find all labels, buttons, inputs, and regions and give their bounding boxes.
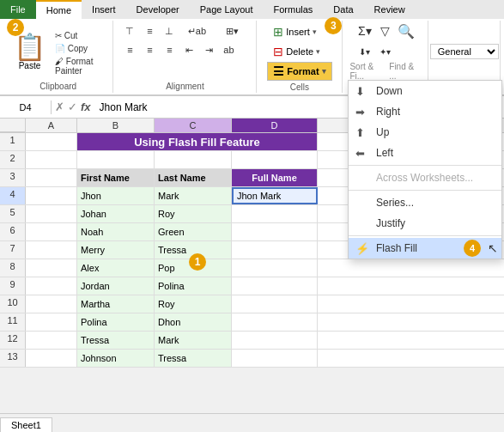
cell-b7[interactable]: Merry [77,241,155,259]
cell-d8[interactable] [232,259,318,277]
cell-d13[interactable] [232,350,318,367]
menu-item-justify[interactable]: Justify [349,213,501,234]
cell-a4[interactable] [26,187,77,204]
menu-item-series[interactable]: Series... [349,192,501,213]
insert-button[interactable]: ⊞ Insert ▾ [267,22,323,41]
cell-a9[interactable] [26,277,77,295]
insert-function-button[interactable]: fx [81,100,91,113]
tab-home[interactable]: Home [36,0,82,19]
cell-d9[interactable] [232,277,318,295]
cell-d7[interactable] [232,241,318,259]
wrap-text-button[interactable]: ↵ab [179,22,214,40]
cell-b3[interactable]: First Name [77,169,155,186]
format-painter-button[interactable]: 🖌 Format Painter [52,56,106,76]
row-num-12[interactable]: 12 [0,332,26,349]
row-num-11[interactable]: 11 [0,313,26,331]
row-num-9[interactable]: 9 [0,277,26,295]
copy-button[interactable]: 📄 Copy [52,43,106,54]
format-button[interactable]: ☰ Format ▾ [267,62,331,81]
menu-item-left[interactable]: ⬅ Left [349,143,501,163]
cell-d4[interactable]: Jhon Mark [232,187,318,204]
confirm-formula-button[interactable]: ✓ [68,100,77,113]
cell-d2[interactable] [232,151,318,168]
cell-c13[interactable]: Tressa [155,350,232,367]
merge-button[interactable]: ⊞▾ [215,22,249,40]
cell-b13[interactable]: Johnson [77,350,155,367]
cell-d5[interactable] [232,205,318,222]
row-num-13[interactable]: 13 [0,350,26,367]
menu-item-up[interactable]: ⬆ Up [349,122,501,143]
cut-button[interactable]: ✂ Cut [52,30,106,41]
align-left-button[interactable]: ≡ [120,41,139,58]
cell-b6[interactable]: Noah [77,223,155,240]
sheet-tab-1[interactable]: Sheet1 [0,417,52,432]
cell-a5[interactable] [26,205,77,222]
cell-d3[interactable]: Full Name [232,169,318,186]
cell-c4[interactable]: Mark [155,187,232,204]
cell-a11[interactable] [26,313,77,331]
cell-b11[interactable]: Polina [77,313,155,331]
cell-a6[interactable] [26,223,77,240]
cell-c5[interactable]: Roy [155,205,232,222]
tab-data[interactable]: Data [323,0,363,19]
tab-formulas[interactable]: Formulas [264,0,324,19]
menu-item-right[interactable]: ➡ Right [349,101,501,122]
cancel-formula-button[interactable]: ✗ [55,100,64,113]
align-right-button[interactable]: ≡ [160,41,179,58]
cell-d6[interactable] [232,223,318,240]
col-header-c[interactable]: C [155,119,232,132]
menu-item-flash-fill[interactable]: ⚡ Flash Fill 4 ↖ [349,238,501,259]
row-num-7[interactable]: 7 [0,241,26,259]
cell-b10[interactable]: Martha [77,295,155,313]
cell-a12[interactable] [26,332,77,349]
row-num-1[interactable]: 1 [0,133,26,150]
cell-a2[interactable] [26,151,77,168]
delete-button[interactable]: ⊟ Delete ▾ [267,42,326,61]
decrease-indent-button[interactable]: ⇤ [179,41,198,58]
cell-a7[interactable] [26,241,77,259]
row-num-3[interactable]: 3 [0,169,26,186]
col-header-a[interactable]: A [26,119,77,132]
cell-a1[interactable] [26,133,77,150]
tab-page-layout[interactable]: Page Layout [190,0,264,19]
clear-button[interactable]: ✦▾ [376,43,395,60]
cell-b12[interactable]: Tressa [77,332,155,349]
col-header-d[interactable]: D [232,119,318,132]
find-select-button[interactable]: 🔍 [397,22,416,40]
align-center-button[interactable]: ≡ [140,41,159,58]
row-num-2[interactable]: 2 [0,151,26,168]
paste-button[interactable]: 📋 Paste [10,31,49,72]
cell-b1-merged[interactable]: Using Flash Fill Feature [77,133,318,150]
orientation-button[interactable]: ab [219,41,238,58]
row-num-5[interactable]: 5 [0,205,26,222]
align-top-button[interactable]: ⊤ [120,22,139,40]
cell-a10[interactable] [26,295,77,313]
cell-c11[interactable]: Dhon [155,313,232,331]
fill-down-button[interactable]: ⬇▾ [355,43,374,60]
number-format-select[interactable]: General [430,44,499,59]
cell-a13[interactable] [26,350,77,367]
cell-b9[interactable]: Jordan [77,277,155,295]
tab-developer[interactable]: Developer [126,0,190,19]
cell-b4[interactable]: Jhon [77,187,155,204]
sum-button[interactable]: Σ▾ [355,22,374,40]
cell-a8[interactable] [26,259,77,277]
cell-c2[interactable] [155,151,232,168]
cell-a3[interactable] [26,169,77,186]
align-middle-button[interactable]: ≡ [140,22,159,40]
cell-c9[interactable]: Polina [155,277,232,295]
row-num-6[interactable]: 6 [0,223,26,240]
increase-indent-button[interactable]: ⇥ [199,41,218,58]
cell-c12[interactable]: Mark [155,332,232,349]
tab-file[interactable]: File [0,0,36,19]
row-num-10[interactable]: 10 [0,295,26,313]
cell-c6[interactable]: Green [155,223,232,240]
cell-b5[interactable]: Johan [77,205,155,222]
tab-insert[interactable]: Insert [82,0,126,19]
menu-item-down[interactable]: ⬇ Down [349,81,501,101]
cell-d12[interactable] [232,332,318,349]
align-bottom-button[interactable]: ⊥ [160,22,179,40]
cell-b2[interactable] [77,151,155,168]
cell-b8[interactable]: Alex [77,259,155,277]
row-num-8[interactable]: 8 [0,259,26,277]
